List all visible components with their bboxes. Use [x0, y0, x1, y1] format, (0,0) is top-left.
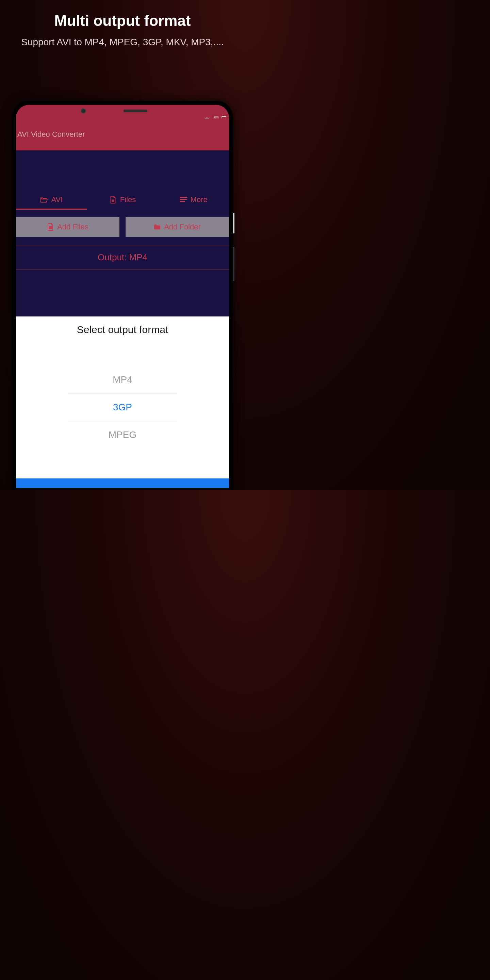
phone-side-button [233, 247, 234, 281]
format-option-mp4[interactable]: MP4 [68, 366, 177, 394]
button-row: Add Files Add Folder [16, 209, 229, 237]
phone-notch [98, 108, 147, 114]
button-label: Add Files [57, 223, 89, 231]
menu-lines-icon [180, 196, 187, 204]
svg-rect-6 [180, 197, 187, 198]
folder-icon [154, 223, 161, 231]
promo-subtitle: Support AVI to MP4, MPEG, 3GP, MKV, MP3,… [0, 35, 245, 49]
tab-label: More [191, 195, 208, 204]
camera-dot [81, 108, 86, 114]
tab-more[interactable]: More [158, 191, 229, 209]
tab-label: AVI [51, 195, 63, 204]
file-video-icon [47, 223, 54, 231]
tab-files[interactable]: Files [87, 191, 158, 209]
svg-rect-9 [49, 227, 51, 229]
add-folder-button[interactable]: Add Folder [126, 217, 229, 237]
sheet-title: Select output format [16, 324, 229, 336]
speaker-slot [124, 110, 147, 112]
app-header: AVI Video Converter [16, 118, 229, 150]
sheet-confirm-bar[interactable] [16, 479, 229, 488]
svg-rect-7 [180, 199, 187, 200]
phone-side-button [233, 213, 234, 234]
format-option-mpeg[interactable]: MPEG [68, 421, 177, 449]
tab-label: Files [120, 195, 136, 204]
svg-rect-8 [180, 201, 185, 202]
phone-frame: AVI Video Converter AVI F [12, 101, 233, 490]
promo-title: Multi output format [0, 12, 245, 29]
file-text-icon [109, 196, 117, 204]
app-title: AVI Video Converter [18, 130, 85, 139]
folder-open-icon [40, 196, 48, 204]
app-content: AVI Files [16, 150, 229, 488]
tab-avi[interactable]: AVI [16, 191, 87, 209]
select-format-sheet: Select output format MP4 3GP MPEG [16, 317, 229, 488]
format-option-3gp[interactable]: 3GP [68, 394, 177, 421]
tab-bar: AVI Files [16, 191, 229, 209]
format-options: MP4 3GP MPEG [16, 366, 229, 449]
output-format-bar[interactable]: Output: MP4 [16, 245, 229, 270]
add-files-button[interactable]: Add Files [16, 217, 119, 237]
phone-screen: AVI Video Converter AVI F [16, 105, 229, 488]
button-label: Add Folder [164, 223, 201, 231]
